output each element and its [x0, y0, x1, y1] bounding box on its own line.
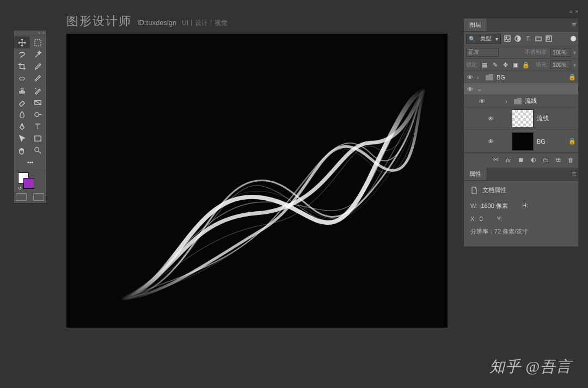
- layer-row[interactable]: 👁 › BG 🔒: [464, 71, 578, 83]
- lock-brush-icon[interactable]: ✎: [491, 61, 499, 69]
- svg-rect-3: [35, 136, 41, 140]
- crop-tool[interactable]: [14, 60, 30, 72]
- swap-colors-icon[interactable]: ↺: [18, 186, 22, 191]
- layer-row[interactable]: 👁 ⌄: [464, 83, 578, 95]
- layer-name[interactable]: BG: [497, 74, 565, 81]
- fill-input[interactable]: 100%: [550, 60, 571, 69]
- edit-toolbar[interactable]: [14, 156, 46, 168]
- visibility-icon[interactable]: 👁: [487, 115, 494, 122]
- opacity-input[interactable]: 100%: [550, 48, 571, 57]
- fill-dropdown-icon[interactable]: ▾: [573, 62, 576, 68]
- svg-point-7: [32, 162, 33, 163]
- lock-pixels-icon[interactable]: ▦: [481, 61, 489, 69]
- zoom-tool[interactable]: [30, 144, 46, 156]
- path-select-tool[interactable]: [14, 132, 30, 144]
- toolbox-close-icon[interactable]: ×: [42, 31, 45, 35]
- filter-toggle[interactable]: [571, 36, 576, 41]
- layer-name[interactable]: 流线: [525, 97, 576, 105]
- eyedropper-tool[interactable]: [30, 60, 46, 72]
- quickmask-icon[interactable]: [16, 193, 27, 201]
- background-swatch[interactable]: [23, 178, 34, 189]
- new-layer-icon[interactable]: ⊞: [554, 156, 562, 164]
- blur-tool[interactable]: [14, 108, 30, 120]
- opacity-label: 不透明度:: [525, 48, 548, 56]
- properties-menu-icon[interactable]: ≡: [572, 170, 576, 178]
- pen-tool[interactable]: [14, 120, 30, 132]
- layer-name[interactable]: BG: [537, 138, 565, 145]
- expand-icon[interactable]: ›: [477, 74, 482, 81]
- panel-collapse-icon[interactable]: ‹‹: [569, 9, 573, 15]
- layer-filter-select[interactable]: 🔍类型▾: [466, 34, 501, 44]
- link-layers-icon[interactable]: ⚯: [492, 156, 500, 164]
- toolbox: ‹‹ × ↺: [13, 30, 47, 204]
- lasso-tool[interactable]: [14, 48, 30, 60]
- lock-row: 锁定: ▦ ✎ ✥ ▣ 🔒 填充: 100% ▾: [464, 59, 578, 71]
- filter-adjust-icon[interactable]: [513, 35, 522, 43]
- layers-menu-icon[interactable]: ≡: [572, 21, 576, 29]
- layers-tab[interactable]: 图层: [464, 19, 487, 31]
- patch-tool[interactable]: [14, 72, 30, 84]
- adjustment-icon[interactable]: ◐: [529, 156, 537, 164]
- history-brush-tool[interactable]: [30, 84, 46, 96]
- canvas[interactable]: [66, 34, 448, 328]
- svg-rect-13: [547, 37, 549, 39]
- filter-image-icon[interactable]: [503, 35, 511, 43]
- visibility-icon[interactable]: 👁: [466, 74, 474, 81]
- lock-all-icon[interactable]: 🔒: [522, 61, 530, 69]
- layer-fx-icon[interactable]: fx: [504, 156, 512, 164]
- layers-panel-tab: 图层 ≡: [464, 19, 578, 32]
- visibility-icon[interactable]: 👁: [466, 86, 474, 93]
- document-properties-header: 文档属性: [470, 186, 572, 194]
- filter-type-icon[interactable]: T: [524, 35, 532, 43]
- lock-label: 锁定:: [466, 61, 479, 69]
- filter-smart-icon[interactable]: [544, 35, 553, 43]
- layer-thumbnail[interactable]: [512, 109, 534, 128]
- eraser-tool[interactable]: [14, 96, 30, 108]
- properties-tab[interactable]: 属性: [464, 168, 487, 180]
- visibility-icon[interactable]: 👁: [478, 98, 486, 104]
- type-tool[interactable]: [30, 120, 46, 132]
- title-tags: UI丨设计丨视觉: [182, 19, 228, 28]
- screenmode-icon[interactable]: [33, 193, 44, 201]
- layer-name[interactable]: 流线: [537, 114, 576, 122]
- rectangle-tool[interactable]: [30, 132, 46, 144]
- expand-icon[interactable]: ›: [505, 98, 511, 104]
- artwork: [67, 34, 447, 327]
- blend-select[interactable]: 正常: [466, 48, 499, 57]
- layer-row[interactable]: 👁 BG 🔒: [464, 130, 578, 153]
- hand-tool[interactable]: [14, 144, 30, 156]
- marquee-tool[interactable]: [30, 36, 46, 48]
- svg-point-4: [35, 147, 39, 151]
- properties-panel: 属性 ≡ 文档属性 W: 1600 像素 H: X: 0 Y: 分辨率：72 像…: [464, 168, 578, 247]
- svg-rect-0: [35, 39, 41, 45]
- collapse-icon[interactable]: ⌄: [477, 85, 482, 93]
- panel-close-icon[interactable]: ×: [575, 9, 578, 15]
- delete-layer-icon[interactable]: 🗑: [567, 156, 575, 164]
- layer-filter-row: 🔍类型▾ T: [464, 32, 578, 46]
- filter-shape-icon[interactable]: [534, 35, 542, 43]
- stamp-tool[interactable]: [14, 84, 30, 96]
- gradient-tool[interactable]: [30, 96, 46, 108]
- svg-rect-11: [536, 37, 541, 41]
- lock-icon[interactable]: 🔒: [568, 138, 576, 145]
- new-group-icon[interactable]: 🗀: [542, 156, 550, 164]
- x-field: X: 0: [470, 215, 483, 222]
- visibility-icon[interactable]: 👁: [487, 138, 494, 145]
- layer-thumbnail[interactable]: [512, 132, 534, 151]
- layer-row[interactable]: 👁 流线: [464, 107, 578, 130]
- lock-position-icon[interactable]: ✥: [501, 61, 510, 69]
- toolbox-collapse-icon[interactable]: ‹‹: [38, 31, 40, 35]
- lock-icon[interactable]: 🔒: [568, 73, 576, 81]
- magic-wand-tool[interactable]: [30, 48, 46, 60]
- dodge-tool[interactable]: [30, 108, 46, 120]
- work-area: 图形设计师 ID:tuxdesign UI丨设计丨视觉: [66, 13, 448, 328]
- move-tool[interactable]: [14, 36, 30, 48]
- add-mask-icon[interactable]: ◼: [517, 156, 525, 164]
- color-swatches[interactable]: ↺: [18, 173, 46, 191]
- brush-tool[interactable]: [30, 72, 46, 84]
- layer-row[interactable]: 👁 › 流线: [464, 95, 578, 107]
- folder-icon: [486, 74, 493, 81]
- opacity-dropdown-icon[interactable]: ▾: [573, 50, 576, 56]
- y-field: Y:: [497, 215, 503, 222]
- lock-artboard-icon[interactable]: ▣: [512, 61, 520, 69]
